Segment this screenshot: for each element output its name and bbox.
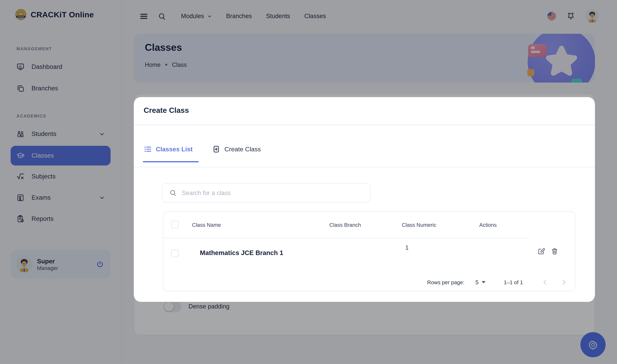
plus-square-icon [212,145,220,153]
rows-per-page-value: 5 [475,279,479,285]
modal-tabs: Classes List Create Class [144,141,262,161]
modal-title: Create Class [144,106,189,115]
delete-trash-icon[interactable] [550,247,559,255]
column-header-class-branch: Class Branch [329,222,361,228]
tab-label: Classes List [156,145,193,153]
app-root: CRACKiT Online MANAGEMENT Dashboard Bran… [0,0,617,364]
divider [134,125,595,125]
next-page-chevron-icon[interactable] [560,278,568,286]
table-pagination: Rows per page: 5 1–1 of 1 [427,274,568,290]
column-header-class-numeric: Class Numeric [402,222,436,228]
column-header-class-name: Class Name [192,222,221,228]
edit-pencil-icon[interactable] [537,247,545,255]
select-all-checkbox[interactable] [171,221,179,228]
search-icon [169,189,177,197]
divider [163,238,529,239]
cell-class-numeric: 1 [405,244,409,251]
tab-create-class[interactable]: Create Class [212,141,262,161]
create-class-modal: Create Class Classes List Create [134,97,595,302]
class-search-input[interactable] [182,189,370,196]
tabs-divider [134,167,595,167]
tab-label: Create Class [224,145,261,153]
pagination-range-label: 1–1 of 1 [504,279,523,285]
rows-per-page-select[interactable]: 5 [475,279,486,285]
tab-classes-list[interactable]: Classes List [144,141,194,161]
column-header-actions: Actions [479,222,497,228]
previous-page-chevron-icon[interactable] [541,278,549,286]
cell-class-name: Mathematics JCE Branch 1 [200,249,283,257]
caret-down-icon [482,281,486,284]
list-icon [144,145,152,153]
row-checkbox[interactable] [171,249,179,257]
class-search-box [162,183,371,202]
classes-table: Class Name Class Branch Class Numeric Ac… [163,211,576,291]
rows-per-page-label: Rows per page: [427,279,465,285]
